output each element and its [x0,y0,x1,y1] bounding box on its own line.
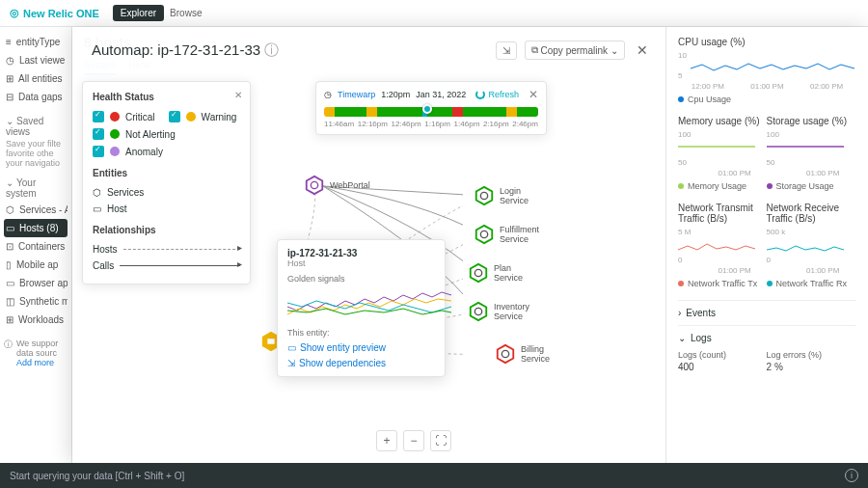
window-icon: ▭ [287,342,296,353]
saved-note: Save your filtefavorite otheyour navigat… [4,139,68,168]
link-icon: ⧉ [531,44,538,56]
query-terminal[interactable]: Start querying your data [Ctrl + Shift +… [0,463,868,488]
add-more-link[interactable]: Add more [16,358,54,367]
mobile-icon: ▯ [6,259,12,270]
hex-icon [468,262,489,284]
node-fulfillment[interactable]: Fulfillment Service [474,224,539,245]
nav-last-viewed[interactable]: ◷Last viewe [4,51,68,69]
services-icon: ⬡ [6,204,14,215]
clock-icon: ◷ [6,55,14,66]
overlay-title: Automap: ip-172-31-21-33 ⓘ [92,41,279,60]
zoom-out-button[interactable]: − [403,430,424,451]
popover-title: ip-172-31-21-33 [287,248,435,258]
close-button[interactable]: ✕ [633,42,652,58]
node-webportal[interactable]: WebPortal [304,175,370,196]
host-icon: ▭ [93,203,101,214]
sparkline [678,236,755,254]
nav-workloads[interactable]: ⊞Workloads [4,311,68,329]
left-nav: ≡entityType ◷Last viewe ⊞All entities ⊟D… [0,27,72,463]
grid-icon: ⊞ [6,73,14,84]
container-icon: ⊡ [6,241,14,252]
your-systems-section[interactable]: Your system [4,176,68,201]
entity-types-filter[interactable]: ≡entityType [4,33,68,51]
memory-chart: Memory usage (%) 100 50 01:00 PM Memory … [678,116,764,191]
hex-icon [468,301,489,322]
filter-panel: ✕ Health Status Critical Warning Not Ale… [82,81,251,285]
events-section[interactable]: ›Events [678,300,856,325]
hex-icon [474,224,495,245]
nav-all-entities[interactable]: ⊞All entities [4,69,68,88]
tree-icon: ⇲ [287,358,295,368]
node-login[interactable]: Login Service [474,185,529,206]
share-icon: ⇲ [502,45,510,56]
this-entity-label: This entity: [287,328,435,338]
filter-rel-calls: Calls [93,258,240,274]
nav-data-gaps[interactable]: ⊟Data gaps [4,88,68,106]
nav-mobile[interactable]: ▯Mobile ap [4,256,68,274]
node-plan[interactable]: Plan Service [468,262,523,284]
svg-marker-8 [471,303,487,320]
cpu-chart: CPU usage (%) 105 12:00 PM01:00 PM02:00 … [678,37,856,104]
brand-logo[interactable]: ◎ New Relic ONE [10,7,99,19]
browse-tab[interactable]: Browse [170,8,202,18]
metrics-panel: CPU usage (%) 105 12:00 PM01:00 PM02:00 … [665,27,868,463]
filter-rel-hosts: Hosts [93,241,240,258]
log-errors-stat: Log errors (%) 2 % [767,350,853,372]
clock-icon: ◷ [324,90,332,99]
timewarp-cursor[interactable] [422,104,432,114]
svg-marker-6 [471,264,487,282]
close-icon[interactable]: ✕ [234,90,242,100]
refresh-button[interactable]: Refresh [475,90,519,99]
storage-chart: Storage usage (%) 100 50 01:00 PM Storag… [767,116,853,191]
popover-subtitle: Host [287,258,435,268]
services-icon: ⬡ [93,187,101,198]
filter-critical[interactable]: Critical [93,108,155,125]
timewarp-bar[interactable] [324,107,538,117]
nav-hosts[interactable]: ▭Hosts (8) [4,219,68,237]
nav-containers[interactable]: ⊡Containers [4,237,68,256]
show-entity-preview-link[interactable]: ▭Show entity preview [287,342,435,353]
entities-header: Entities [93,168,240,178]
svg-rect-13 [267,339,274,344]
saved-views-section[interactable]: Saved views [4,114,68,139]
golden-sparkline [287,287,451,320]
show-dependencies-link[interactable]: ⇲Show dependencies [287,358,435,368]
timewarp-link[interactable]: Timewarp [338,90,375,99]
node-billing[interactable]: Billing Service [495,343,550,365]
workload-icon: ⊞ [6,314,14,325]
svg-marker-0 [307,176,323,194]
hex-icon [474,185,495,206]
timewarp-panel: ◷ Timewarp 1:20pm Jan 31, 2022 Refresh ✕… [315,81,547,135]
relationships-header: Relationships [93,225,240,235]
health-status-header: Health Status [93,92,240,102]
info-icon[interactable]: ⓘ [264,41,279,58]
zoom-in-button[interactable]: + [376,430,397,451]
filter-not-alerting[interactable]: Not Alerting [93,125,240,143]
info-icon: ⓘ [4,339,13,367]
browser-icon: ▭ [6,278,14,288]
gap-icon: ⊟ [6,92,14,102]
timewarp-date: Jan 31, 2022 [416,90,466,99]
filter-anomaly[interactable]: Anomaly [93,143,240,160]
automap-canvas[interactable]: ✕ Health Status Critical Warning Not Ale… [72,75,463,463]
map-controls: + − ⛶ [376,430,451,451]
nav-services[interactable]: ⬡Services - A [4,201,68,219]
nav-synthetic[interactable]: ◫Synthetic m [4,292,68,311]
logs-section[interactable]: ⌄Logs [678,325,856,350]
filter-services[interactable]: ⬡Services [93,184,240,201]
info-icon[interactable]: i [845,469,858,482]
explorer-tab[interactable]: Explorer [113,5,164,21]
node-inventory[interactable]: Inventory Service [468,301,529,322]
filter-host[interactable]: ▭Host [93,201,240,217]
share-button[interactable]: ⇲ [496,41,517,60]
svg-marker-4 [476,226,493,243]
close-icon[interactable]: ✕ [529,88,538,101]
net-rx-chart: Network Receive Traffic (B/s) 500 k 0 01… [767,203,853,288]
filter-warning[interactable]: Warning [169,108,237,125]
nav-browser[interactable]: ▭Browser ap [4,274,68,292]
copy-permalink-button[interactable]: ⧉ Copy permalink ⌄ [525,41,625,60]
fit-button[interactable]: ⛶ [430,430,451,451]
timewarp-ticks: 11:46am12:16pm12:46pm1:16pm1:46pm2:16pm2… [324,120,538,128]
svg-marker-10 [498,345,514,363]
filter-icon: ≡ [6,37,12,47]
